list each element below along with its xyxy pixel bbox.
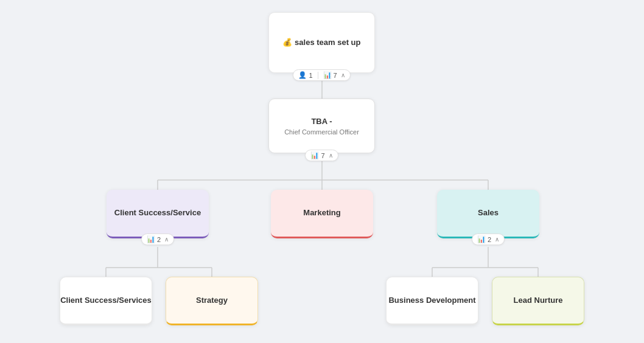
tba-dept-badge: 📊 7 bbox=[310, 151, 324, 159]
tba-node[interactable]: TBA - Chief Commercial Officer 📊 7 ∧ bbox=[268, 99, 375, 153]
root-emoji: 💰 bbox=[282, 38, 292, 47]
tba-chevron-icon[interactable]: ∧ bbox=[329, 152, 333, 159]
lead-nurture-node[interactable]: Lead Nurture bbox=[492, 277, 584, 325]
footer-divider bbox=[318, 72, 318, 79]
person-icon: 👤 bbox=[298, 71, 307, 79]
strategy-node[interactable]: Strategy bbox=[166, 277, 258, 325]
biz-dev-node[interactable]: Business Development bbox=[386, 277, 478, 325]
tba-title: TBA - bbox=[311, 116, 332, 127]
client-title: Client Success/Service bbox=[114, 207, 201, 218]
sales-chart-icon: 📊 bbox=[477, 235, 486, 243]
client-services-node[interactable]: Client Success/Services bbox=[60, 277, 152, 325]
tba-footer[interactable]: 📊 7 ∧ bbox=[305, 150, 338, 161]
lead-nurture-title: Lead Nurture bbox=[514, 295, 563, 306]
tba-subtitle: Chief Commercial Officer bbox=[284, 128, 359, 136]
root-dept-badge: 📊 7 bbox=[323, 71, 337, 79]
root-title: 💰 sales team set up bbox=[282, 37, 360, 48]
chart-icon: 📊 bbox=[323, 71, 332, 79]
tba-chart-icon: 📊 bbox=[310, 151, 319, 159]
marketing-node[interactable]: Marketing bbox=[271, 190, 373, 238]
org-chart: 💰 sales team set up 👤 1 📊 7 ∧ TBA - Chie… bbox=[0, 0, 644, 343]
client-success-node[interactable]: Client Success/Service 📊 2 ∧ bbox=[107, 190, 209, 238]
sales-title: Sales bbox=[478, 207, 499, 218]
strategy-title: Strategy bbox=[196, 295, 228, 306]
client-dept-badge: 📊 2 bbox=[147, 235, 161, 243]
biz-dev-title: Business Development bbox=[388, 295, 475, 306]
client-footer[interactable]: 📊 2 ∧ bbox=[141, 234, 174, 245]
root-person-badge: 👤 1 bbox=[298, 71, 312, 79]
root-chevron-icon[interactable]: ∧ bbox=[341, 72, 345, 78]
client-chart-icon: 📊 bbox=[147, 235, 155, 243]
marketing-title: Marketing bbox=[303, 207, 340, 218]
root-node[interactable]: 💰 sales team set up 👤 1 📊 7 ∧ bbox=[268, 12, 375, 73]
root-footer[interactable]: 👤 1 📊 7 ∧ bbox=[293, 69, 350, 81]
sales-node[interactable]: Sales 📊 2 ∧ bbox=[437, 190, 539, 238]
client-services-title: Client Success/Services bbox=[60, 295, 152, 306]
client-chevron-icon[interactable]: ∧ bbox=[164, 236, 169, 243]
sales-dept-badge: 📊 2 bbox=[477, 235, 491, 243]
sales-footer[interactable]: 📊 2 ∧ bbox=[472, 234, 505, 245]
sales-chevron-icon[interactable]: ∧ bbox=[495, 236, 499, 243]
